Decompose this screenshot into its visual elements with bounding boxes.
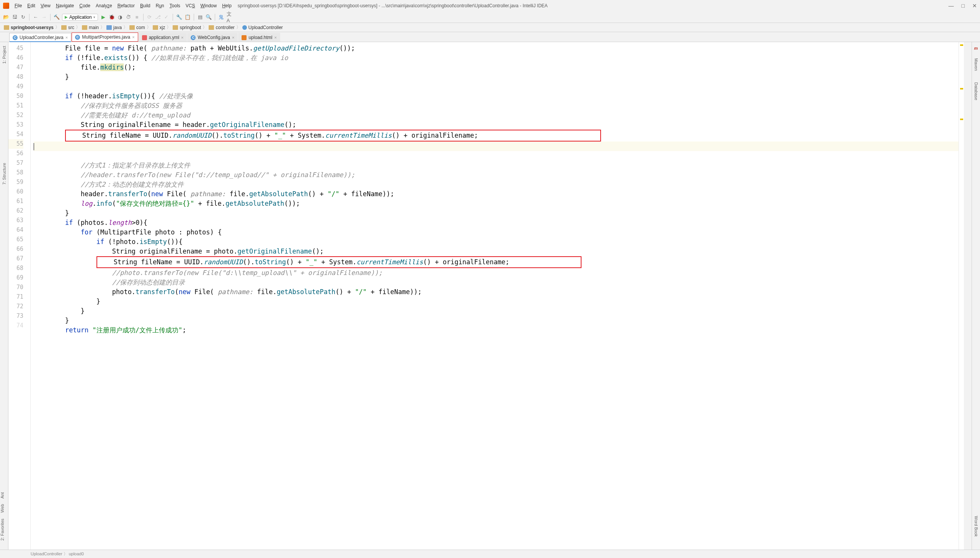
search-icon[interactable]: 🔍: [206, 14, 212, 20]
debug-icon[interactable]: 🐞: [109, 14, 115, 20]
menu-code[interactable]: Code: [77, 2, 93, 9]
bc-com[interactable]: com: [129, 25, 145, 30]
editor[interactable]: 4546474849505152535455565758596061626364…: [8, 42, 972, 552]
build-icon[interactable]: 🔨: [54, 14, 60, 20]
yml-file-icon: [142, 35, 147, 40]
tab-application-yml[interactable]: application.yml ×: [138, 33, 187, 42]
close-icon[interactable]: ×: [132, 35, 134, 39]
menu-navigate[interactable]: Navigate: [54, 2, 76, 9]
run-icon[interactable]: ▶: [100, 14, 106, 20]
paste-icon[interactable]: 📋: [184, 14, 191, 20]
error-stripe[interactable]: [959, 42, 964, 552]
run-config-selector[interactable]: ▶ Application ▾: [62, 14, 98, 21]
forward-icon[interactable]: →: [41, 14, 47, 20]
git-icon[interactable]: ⎇: [155, 14, 161, 20]
rail-project[interactable]: 1: Project: [2, 46, 7, 64]
menu-edit[interactable]: Edit: [25, 2, 38, 9]
folder-icon: [209, 25, 214, 30]
bc-root[interactable]: springboot-usersys: [4, 25, 54, 30]
navigation-bar: springboot-usersys 〉 src 〉 main 〉 java 〉…: [0, 23, 980, 32]
bc-springboot[interactable]: springboot: [173, 25, 201, 30]
save-icon[interactable]: 🖫: [12, 14, 18, 20]
bc-class[interactable]: UploadController: [242, 25, 283, 30]
bc-xjz[interactable]: xjz: [153, 25, 165, 30]
editor-tabs: UploadController.java × MultipartPropert…: [0, 32, 980, 42]
stop-icon[interactable]: ■: [134, 14, 140, 20]
tab-upload-html[interactable]: upload.html ×: [238, 33, 280, 42]
sync-icon[interactable]: ↻: [20, 14, 26, 20]
tab-label: MultipartProperties.java: [82, 34, 130, 40]
close-icon[interactable]: ×: [181, 35, 183, 40]
rail-database[interactable]: Database: [974, 82, 978, 100]
menu-help[interactable]: Help: [220, 2, 234, 9]
toolbar-sep: [143, 14, 143, 21]
chevron-down-icon: ▾: [94, 15, 96, 19]
rail-maven[interactable]: Maven: [974, 58, 978, 71]
run-config-icon: ▶: [65, 15, 68, 19]
bc-controller[interactable]: controller: [209, 25, 234, 30]
tab-web-config[interactable]: WebConfig.java ×: [187, 33, 238, 42]
menu-refactor[interactable]: Refactor: [115, 2, 137, 9]
menu-analyze[interactable]: Analyze: [94, 2, 114, 9]
toolbar-sep: [29, 14, 30, 21]
line-gutter: 4546474849505152535455565758596061626364…: [8, 42, 31, 552]
rail-web[interactable]: Web: [0, 504, 8, 512]
rail-maven-icon[interactable]: m: [974, 46, 978, 51]
window-title: springboot-usersys [D:\IDEA\hspedu_sprin…: [238, 3, 949, 8]
menu-run[interactable]: Run: [153, 2, 166, 9]
rail-wordbook[interactable]: Word Book: [974, 516, 978, 537]
close-icon[interactable]: ×: [66, 35, 68, 40]
menu-window[interactable]: Window: [198, 2, 219, 9]
code-area[interactable]: File file = new File( pathname: path + W…: [31, 42, 959, 552]
rail-structure[interactable]: 7: Structure: [2, 163, 7, 185]
close-button[interactable]: ✕: [972, 3, 977, 9]
minimize-button[interactable]: —: [949, 3, 954, 9]
bc-main[interactable]: main: [82, 25, 99, 30]
close-icon[interactable]: ×: [232, 35, 234, 40]
main-toolbar: 📂 🖫 ↻ ← → 🔨 ▶ Application ▾ ▶ 🐞 ◑ ⏱ ■ ⟳ …: [0, 11, 980, 23]
class-icon: [242, 25, 247, 30]
left-tool-rail: 1: Project 7: Structure 2: Favorites Web…: [0, 42, 8, 552]
folder-icon: [82, 25, 87, 30]
wrench-icon[interactable]: 🔧: [176, 14, 182, 20]
translate-icon[interactable]: ⻤: [218, 14, 224, 20]
menu-view[interactable]: View: [38, 2, 53, 9]
tab-upload-controller[interactable]: UploadController.java ×: [9, 33, 71, 42]
menu-file[interactable]: File: [12, 2, 24, 9]
update-icon[interactable]: ⟳: [147, 14, 153, 20]
status-crumb[interactable]: UploadController 〉 upload0: [31, 551, 84, 557]
open-icon[interactable]: 📂: [3, 14, 9, 20]
rail-favorites[interactable]: 2: Favorites: [0, 519, 8, 540]
java-class-icon: [75, 35, 80, 40]
tab-multipart-properties[interactable]: MultipartProperties.java ×: [72, 33, 138, 42]
tab-label: UploadController.java: [20, 35, 64, 40]
menu-build[interactable]: Build: [138, 2, 153, 9]
toolbar-sep: [194, 14, 194, 21]
coverage-icon[interactable]: ◑: [117, 14, 123, 20]
rail-ant[interactable]: Ant: [0, 492, 8, 499]
lang-icon[interactable]: 文A: [227, 14, 233, 20]
folder-icon: [106, 25, 112, 30]
close-icon[interactable]: ×: [274, 35, 277, 40]
scrollbar[interactable]: [964, 42, 972, 552]
folder-icon: [129, 25, 135, 30]
maximize-button[interactable]: □: [962, 3, 965, 9]
right-tool-rail: m Maven Database Word Book: [972, 42, 980, 552]
bc-java[interactable]: java: [106, 25, 122, 30]
toolbar-sep: [50, 14, 51, 21]
toolbar-sep: [215, 14, 215, 21]
menu-vcs[interactable]: VCS: [183, 2, 198, 9]
tab-label: application.yml: [149, 35, 179, 40]
bc-src[interactable]: src: [61, 25, 74, 30]
profile-icon[interactable]: ⏱: [125, 14, 132, 20]
structure-icon[interactable]: ▤: [197, 14, 203, 20]
run-config-name: Application: [69, 15, 92, 20]
menu-tools[interactable]: Tools: [167, 2, 183, 9]
commit-icon[interactable]: ✓: [163, 14, 170, 20]
back-icon[interactable]: ←: [33, 14, 39, 20]
folder-icon: [153, 25, 158, 30]
folder-icon: [61, 25, 67, 30]
title-bar: File Edit View Navigate Code Analyze Ref…: [0, 0, 980, 11]
folder-icon: [173, 25, 178, 30]
menu-bar: File Edit View Navigate Code Analyze Ref…: [12, 2, 234, 9]
